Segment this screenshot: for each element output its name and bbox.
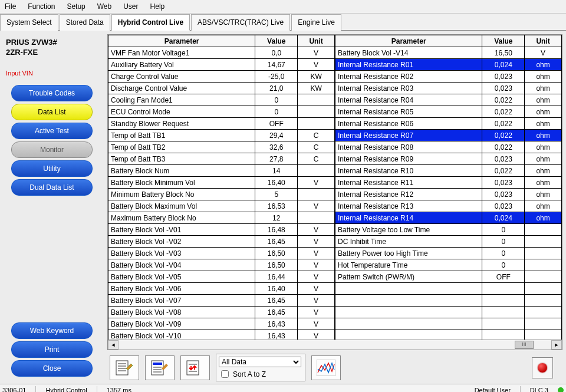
table-row[interactable]: Internal Resistance R140,024ohm (335, 212, 562, 224)
table-row[interactable]: Auxiliary Battery Vol14,67V (108, 59, 335, 71)
table-row[interactable]: Internal Resistance R100,022ohm (335, 165, 562, 177)
param-cell: Battery Block Vol -V02 (108, 236, 255, 248)
param-cell: Battery Block Vol -V08 (108, 307, 255, 318)
table-row[interactable]: Battery Block Minimum Vol16,40V (108, 177, 335, 189)
table-row[interactable]: Internal Resistance R010,024ohm (335, 59, 562, 71)
menu-user[interactable]: User (121, 1, 140, 12)
table-row[interactable]: Battery Block Vol -V0316,50V (108, 248, 335, 259)
table-row[interactable]: Internal Resistance R040,022ohm (335, 94, 562, 106)
table-row[interactable]: Battery Block Vol -V1016,43V (108, 330, 335, 341)
col-value[interactable]: Value (482, 35, 525, 47)
table-row[interactable]: Battery Block Vol -V0116,48V (108, 224, 335, 236)
table-row[interactable]: Battery Power too High Time0 (335, 248, 562, 259)
table-row[interactable]: Battery Block Num14 (108, 165, 335, 177)
tab-abs-vsc-trc-trac-live[interactable]: ABS/VSC/TRC(TRAC) Live (191, 14, 290, 31)
param-cell: Maximum Battery Block No (108, 212, 255, 224)
table-row[interactable]: Pattern Switch (PWR/M)OFF (335, 271, 562, 283)
table-row[interactable]: DC Inhibit Time0 (335, 236, 562, 248)
param-cell: Temp of Batt TB2 (108, 141, 255, 153)
table-row[interactable]: Standby Blower RequestOFF (108, 118, 335, 130)
param-cell: ECU Control Mode (108, 106, 255, 118)
table-row[interactable]: VMF Fan Motor Voltage10,0V (108, 47, 335, 59)
col-value[interactable]: Value (255, 35, 298, 47)
trouble-codes-button[interactable]: Trouble Codes (11, 85, 93, 101)
table-row[interactable]: Minimum Battery Block No5 (108, 189, 335, 200)
scroll-right-arrow[interactable]: ► (551, 340, 562, 350)
scroll-left-arrow[interactable]: ◄ (108, 340, 119, 350)
unit-cell (298, 212, 335, 224)
filter-select[interactable]: All Data (219, 357, 301, 367)
status-user: Default User (475, 387, 511, 392)
table-row[interactable]: Battery Block Vol -V0816,45V (108, 307, 335, 318)
unit-cell: V (298, 318, 335, 330)
table-row[interactable]: Temp of Batt TB327,8C (108, 153, 335, 165)
menu-help[interactable]: Help (148, 1, 167, 12)
dual-data-list-button[interactable]: Dual Data List (11, 179, 93, 196)
col-unit[interactable]: Unit (525, 35, 562, 47)
input-vin-link[interactable]: Input VIN (5, 59, 33, 83)
table-row[interactable]: Battery Block Vol -V1416,50V (335, 47, 562, 59)
table-row[interactable]: Cooling Fan Mode10 (108, 94, 335, 106)
graph-icon[interactable] (311, 355, 341, 380)
menu-file[interactable]: File (2, 1, 18, 12)
sort-checkbox[interactable] (221, 370, 229, 378)
table-row[interactable]: Internal Resistance R020,023ohm (335, 71, 562, 83)
table-row[interactable]: Battery Block Vol -V0616,40V (108, 283, 335, 295)
record-button[interactable] (532, 357, 553, 378)
active-test-button[interactable]: Active Test (11, 123, 93, 139)
table-row[interactable]: Charge Control Value-25,0KW (108, 71, 335, 83)
table-row[interactable]: Battery Block Vol -V0516,44V (108, 271, 335, 283)
table-row[interactable]: Battery Block Vol -V0216,45V (108, 236, 335, 248)
tab-engine-live[interactable]: Engine Live (291, 14, 341, 31)
menu-setup[interactable]: Setup (64, 1, 87, 12)
unit-cell: ohm (525, 83, 562, 94)
param-cell: Internal Resistance R11 (335, 177, 482, 189)
tab-system-select[interactable]: System Select (0, 14, 58, 31)
list-normal-icon[interactable] (110, 355, 139, 380)
table-row[interactable]: Battery Block Vol -V0416,50V (108, 259, 335, 271)
col-parameter[interactable]: Parameter (108, 35, 255, 47)
tab-hybrid-control-live[interactable]: Hybrid Control Live (111, 14, 190, 31)
table-row[interactable]: Discharge Control Value21,0KW (108, 83, 335, 94)
table-row[interactable]: Internal Resistance R110,023ohm (335, 177, 562, 189)
table-row[interactable]: Internal Resistance R090,023ohm (335, 153, 562, 165)
horizontal-scrollbar[interactable]: ◄ III ► (107, 340, 562, 350)
menu-function[interactable]: Function (25, 1, 57, 12)
table-row[interactable]: Internal Resistance R030,023ohm (335, 83, 562, 94)
scroll-thumb[interactable]: III (515, 341, 534, 349)
tabbar: System SelectStored DataHybrid Control L… (0, 14, 566, 31)
table-row[interactable]: Maximum Battery Block No12 (108, 212, 335, 224)
table-row[interactable]: Temp of Batt TB232,6C (108, 141, 335, 153)
col-unit[interactable]: Unit (298, 35, 335, 47)
table-row[interactable]: Internal Resistance R050,022ohm (335, 106, 562, 118)
table-row[interactable]: Internal Resistance R060,022ohm (335, 118, 562, 130)
print-button[interactable]: Print (11, 341, 93, 358)
list-swap-icon[interactable] (180, 355, 210, 380)
table-row[interactable]: Temp of Batt TB129,4C (108, 130, 335, 141)
param-cell: Internal Resistance R09 (335, 153, 482, 165)
tab-stored-data[interactable]: Stored Data (60, 14, 110, 31)
utility-button[interactable]: Utility (11, 160, 93, 177)
col-parameter[interactable]: Parameter (335, 35, 482, 47)
table-row[interactable]: Battery Block Maximum Vol16,53V (108, 200, 335, 212)
param-cell: Minimum Battery Block No (108, 189, 255, 200)
status-module: Hybrid Control (45, 387, 87, 392)
menu-web[interactable]: Web (95, 1, 114, 12)
table-row[interactable]: ECU Control Mode0 (108, 106, 335, 118)
table-row[interactable]: Battery Block Vol -V0916,43V (108, 318, 335, 330)
table-row[interactable]: Internal Resistance R130,023ohm (335, 200, 562, 212)
value-cell: 0 (255, 106, 298, 118)
table-row[interactable]: Internal Resistance R070,022ohm (335, 130, 562, 141)
table-row[interactable]: Internal Resistance R080,022ohm (335, 141, 562, 153)
table-row[interactable]: Hot Temperature Time0 (335, 259, 562, 271)
param-cell: Battery Block Vol -V04 (108, 259, 255, 271)
param-cell: Internal Resistance R08 (335, 141, 482, 153)
close-button[interactable]: Close (11, 360, 93, 377)
web-keyword-button[interactable]: Web Keyword (11, 322, 93, 339)
data-list-button[interactable]: Data List (11, 104, 93, 120)
list-select-icon[interactable] (145, 355, 175, 380)
sort-checkbox-label[interactable]: Sort A to Z (219, 368, 301, 380)
table-row[interactable]: Battery Block Vol -V0716,45V (108, 295, 335, 307)
table-row[interactable]: Internal Resistance R120,023ohm (335, 189, 562, 200)
table-row[interactable]: Battery Voltage too Low Time0 (335, 224, 562, 236)
